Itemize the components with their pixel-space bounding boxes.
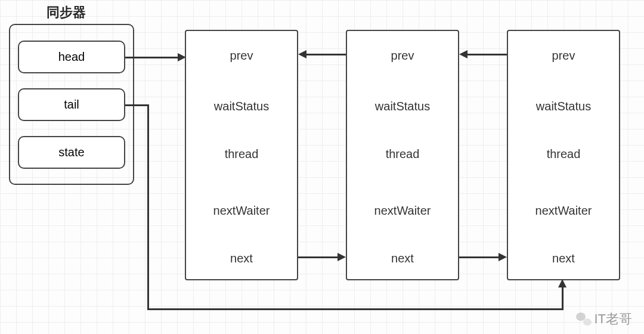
node1-next: next	[186, 252, 297, 265]
node2-nextWaiter: nextWaiter	[347, 204, 458, 218]
sync-field-state-label: state	[58, 146, 84, 159]
arrow-head-to-node1-tip	[178, 53, 186, 61]
arrow-tail-seg3	[147, 308, 564, 310]
sync-field-tail-label: tail	[64, 98, 79, 112]
queue-node-2: prev waitStatus thread nextWaiter next	[346, 30, 459, 280]
node1-prev: prev	[186, 49, 297, 63]
arrow-node2-prev-tip	[298, 50, 306, 58]
sync-field-head: head	[18, 41, 125, 73]
watermark: IT老哥	[576, 310, 632, 328]
node1-thread: thread	[186, 147, 297, 161]
queue-node-3: prev waitStatus thread nextWaiter next	[507, 30, 620, 280]
node3-waitStatus: waitStatus	[508, 100, 619, 113]
arrow-node1-next	[298, 256, 339, 258]
node2-thread: thread	[347, 147, 458, 161]
diagram-title: 同步器	[47, 4, 86, 21]
node2-waitStatus: waitStatus	[347, 100, 458, 113]
node2-next: next	[347, 252, 458, 265]
node1-waitStatus: waitStatus	[186, 100, 297, 113]
node2-prev: prev	[347, 49, 458, 63]
arrow-tail-seg2	[147, 104, 149, 310]
arrow-node2-next-tip	[499, 253, 507, 261]
sync-field-state: state	[18, 136, 125, 169]
arrow-node1-next-tip	[338, 253, 346, 261]
node3-prev: prev	[508, 49, 619, 63]
queue-node-1: prev waitStatus thread nextWaiter next	[185, 30, 298, 280]
arrow-tail-tip	[558, 279, 566, 287]
node1-nextWaiter: nextWaiter	[186, 204, 297, 218]
sync-field-tail: tail	[18, 88, 125, 121]
node3-next: next	[508, 252, 619, 265]
arrow-tail-seg1	[125, 104, 149, 106]
arrow-node3-prev	[466, 54, 507, 55]
sync-field-head-label: head	[58, 50, 85, 64]
node3-thread: thread	[508, 147, 619, 161]
arrow-tail-seg4	[562, 286, 564, 310]
node3-nextWaiter: nextWaiter	[508, 204, 619, 218]
arrow-node2-next	[459, 256, 500, 258]
arrow-head-to-node1	[125, 57, 179, 58]
arrow-node3-prev-tip	[459, 50, 467, 58]
arrow-node2-prev	[305, 54, 346, 55]
watermark-text: IT老哥	[594, 310, 632, 328]
wechat-icon	[576, 313, 592, 326]
